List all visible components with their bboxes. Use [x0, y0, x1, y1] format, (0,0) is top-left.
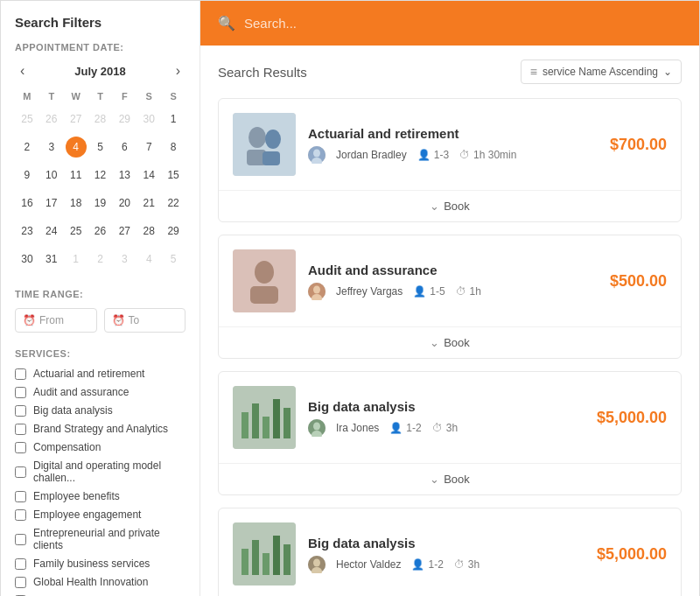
- service-checkbox[interactable]: [15, 491, 26, 502]
- calendar-day[interactable]: 29: [161, 217, 186, 245]
- calendar-day[interactable]: 28: [88, 105, 113, 133]
- service-price: $5,000.00: [597, 409, 667, 427]
- sort-dropdown[interactable]: ≡ service Name Ascending ⌄: [521, 60, 682, 84]
- time-range-section: TIME RANGE: ⏰ From ⏰ To: [15, 289, 186, 333]
- calendar-next-button[interactable]: ›: [171, 61, 186, 81]
- calendar-day[interactable]: 27: [112, 217, 136, 245]
- to-input[interactable]: ⏰ To: [104, 308, 186, 333]
- service-checkbox[interactable]: [15, 405, 26, 417]
- calendar-day[interactable]: 23: [15, 217, 39, 245]
- calendar-day[interactable]: 21: [136, 189, 161, 217]
- service-checkbox[interactable]: [15, 509, 26, 521]
- calendar-day[interactable]: 30: [136, 105, 161, 133]
- book-button[interactable]: ⌄ Book: [430, 200, 470, 213]
- calendar-day[interactable]: 16: [15, 189, 39, 217]
- calendar-day[interactable]: 11: [64, 161, 88, 189]
- calendar-day[interactable]: 1: [64, 245, 88, 273]
- card-footer: ⌄ Book: [219, 463, 681, 494]
- service-filter-item[interactable]: Audit and assurance: [15, 386, 186, 398]
- calendar-day[interactable]: 30: [15, 245, 39, 273]
- result-card: Big data analysisHector Valdez👤1-2⏱3h$5,…: [218, 508, 682, 596]
- service-filter-item[interactable]: Global Health Innovation: [15, 576, 186, 588]
- calendar-day[interactable]: 7: [136, 133, 161, 161]
- service-filter-item[interactable]: Actuarial and retirement: [15, 368, 186, 380]
- calendar-day[interactable]: 6: [112, 133, 136, 161]
- sort-icon: ≡: [530, 65, 537, 79]
- service-checkbox[interactable]: [15, 577, 26, 588]
- calendar-day[interactable]: 4: [64, 133, 88, 161]
- calendar-day[interactable]: 5: [161, 245, 186, 273]
- service-filter-item[interactable]: Brand Strategy and Analytics: [15, 423, 186, 435]
- service-checkbox[interactable]: [15, 558, 26, 570]
- card-main: Audit and assuranceJeffrey Vargas👤1-5⏱1h…: [219, 235, 681, 326]
- book-button[interactable]: ⌄ Book: [430, 473, 470, 486]
- calendar-day[interactable]: 10: [39, 161, 64, 189]
- calendar-day[interactable]: 1: [161, 105, 186, 133]
- svg-point-2: [265, 130, 281, 149]
- svg-rect-24: [242, 549, 248, 575]
- service-label: Brand Strategy and Analytics: [33, 423, 168, 435]
- duration-info: ⏱3h: [454, 558, 480, 571]
- calendar-day[interactable]: 15: [161, 161, 186, 189]
- calendar-day[interactable]: 27: [64, 105, 88, 133]
- card-meta: Jeffrey Vargas👤1-5⏱1h: [308, 283, 598, 300]
- service-filter-item[interactable]: Entrepreneurial and private clients: [15, 527, 186, 551]
- calendar-day[interactable]: 18: [64, 189, 88, 217]
- calendar-day[interactable]: 17: [39, 189, 64, 217]
- svg-rect-0: [233, 113, 296, 176]
- svg-rect-10: [250, 286, 278, 304]
- svg-rect-18: [273, 399, 280, 438]
- calendar-day-header: W: [64, 88, 88, 105]
- from-input[interactable]: ⏰ From: [15, 308, 97, 333]
- clock-icon-from: ⏰: [23, 314, 36, 326]
- calendar-day-header: T: [39, 88, 64, 105]
- book-button[interactable]: ⌄ Book: [430, 336, 470, 349]
- svg-rect-26: [262, 553, 270, 575]
- service-filter-item[interactable]: Compensation: [15, 441, 186, 453]
- calendar-day[interactable]: 19: [88, 189, 113, 217]
- service-filter-item[interactable]: Big data analysis: [15, 404, 186, 417]
- calendar-day[interactable]: 9: [15, 161, 39, 189]
- service-image: [233, 386, 296, 449]
- calendar-day-header: S: [136, 88, 161, 105]
- card-meta: Hector Valdez👤1-2⏱3h: [308, 556, 584, 573]
- svg-rect-15: [242, 412, 248, 438]
- calendar-day[interactable]: 25: [15, 105, 39, 133]
- service-checkbox[interactable]: [15, 442, 26, 453]
- calendar-day[interactable]: 5: [88, 133, 113, 161]
- service-checkbox[interactable]: [15, 387, 26, 398]
- service-filter-item[interactable]: Employee engagement: [15, 508, 186, 521]
- service-checkbox[interactable]: [15, 424, 26, 435]
- calendar-prev-button[interactable]: ‹: [15, 61, 30, 81]
- calendar-day[interactable]: 2: [88, 245, 113, 273]
- service-filter-item[interactable]: Family business services: [15, 557, 186, 570]
- service-label: Family business services: [33, 557, 150, 570]
- calendar-day[interactable]: 29: [112, 105, 136, 133]
- calendar-day[interactable]: 2: [15, 133, 39, 161]
- service-checkbox[interactable]: [15, 368, 26, 380]
- calendar-day[interactable]: 31: [39, 245, 64, 273]
- calendar-day[interactable]: 24: [39, 217, 64, 245]
- calendar-day[interactable]: 20: [112, 189, 136, 217]
- card-meta: Jordan Bradley👤1-3⏱1h 30min: [308, 146, 598, 164]
- calendar-day[interactable]: 13: [112, 161, 136, 189]
- calendar-day[interactable]: 4: [136, 245, 161, 273]
- search-input[interactable]: [244, 16, 682, 31]
- calendar-day[interactable]: 28: [136, 217, 161, 245]
- calendar-day[interactable]: 26: [88, 217, 113, 245]
- calendar-day[interactable]: 26: [39, 105, 64, 133]
- capacity-value: 1-5: [430, 285, 444, 298]
- calendar-day[interactable]: 12: [88, 161, 113, 189]
- calendar-day[interactable]: 14: [136, 161, 161, 189]
- clock-icon: ⏱: [459, 149, 470, 161]
- calendar-day[interactable]: 25: [64, 217, 88, 245]
- calendar-day[interactable]: 22: [161, 189, 186, 217]
- calendar-day[interactable]: 8: [161, 133, 186, 161]
- service-checkbox[interactable]: [15, 534, 26, 545]
- calendar-day[interactable]: 3: [39, 133, 64, 161]
- calendar-day[interactable]: 3: [112, 245, 136, 273]
- svg-rect-17: [262, 417, 270, 438]
- service-filter-item[interactable]: Digital and operating model challen...: [15, 459, 186, 484]
- service-checkbox[interactable]: [15, 466, 26, 478]
- service-filter-item[interactable]: Employee benefits: [15, 490, 186, 502]
